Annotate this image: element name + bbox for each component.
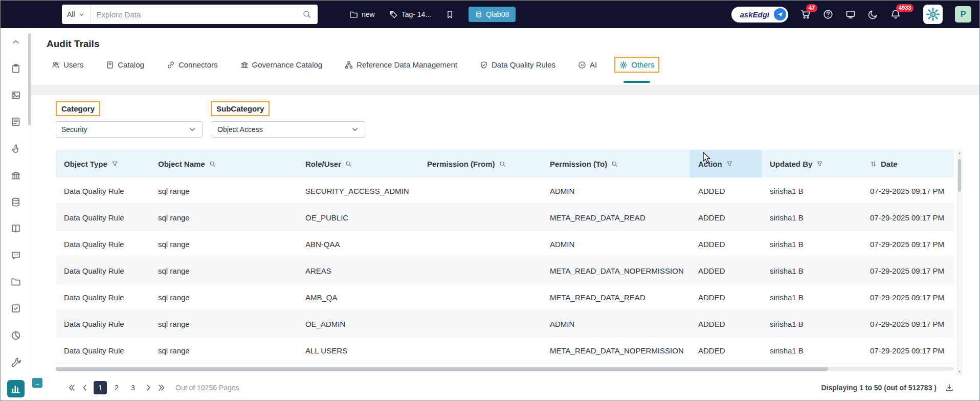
column-header-permission-to[interactable]: Permission (To) <box>542 150 690 177</box>
search-icon <box>209 161 216 167</box>
topbar-tag[interactable]: Tag- 14... <box>389 10 431 19</box>
topbar: All newTag- 14... Qlab08 askEdgi 474933 … <box>1 1 979 28</box>
sidebar-item-touch[interactable] <box>7 140 25 158</box>
next-page-button[interactable] <box>144 383 153 392</box>
table-row[interactable]: Data Quality Rulesql rangeABN-QAAADMINAD… <box>56 231 954 257</box>
refdata-icon <box>345 61 353 69</box>
sidebar-item-tools[interactable] <box>7 353 25 371</box>
tab-users[interactable]: Users <box>47 57 88 73</box>
download-button[interactable] <box>945 383 954 392</box>
last-page-button[interactable] <box>157 383 166 392</box>
table-row[interactable]: Data Quality Rulesql rangeAREASMETA_READ… <box>56 257 954 284</box>
user-avatar[interactable]: P <box>955 6 971 23</box>
table-header: Object TypeObject NameRole/UserPermissio… <box>56 150 954 177</box>
category-select[interactable]: Security <box>56 121 203 138</box>
app-logo[interactable] <box>923 5 943 24</box>
column-header-action[interactable]: Action <box>690 150 762 177</box>
sidebar-item-form[interactable] <box>7 113 25 130</box>
sidebar-item-checklist[interactable] <box>7 300 25 317</box>
notifications-button[interactable]: 4933 <box>890 9 901 19</box>
moon-icon <box>868 9 878 19</box>
subcategory-value: Object Access <box>217 125 263 133</box>
tab-governance-catalog[interactable]: Governance Catalog <box>235 57 328 73</box>
table-cell: sirisha1 B <box>762 284 862 310</box>
table-cell: sql range <box>150 177 297 204</box>
sidebar-item-folder[interactable] <box>7 273 25 291</box>
column-label: Action <box>698 160 722 168</box>
subcategory-select[interactable]: Object Access <box>212 121 365 138</box>
chevron-down-icon <box>188 125 197 134</box>
scroll-down-arrow[interactable]: ▾ <box>959 370 961 373</box>
topbar-bookmark[interactable] <box>446 10 454 19</box>
search-scope-select[interactable]: All <box>62 5 91 24</box>
search-icon[interactable] <box>302 10 311 19</box>
svg-text:AI: AI <box>581 63 584 66</box>
tab-data-quality-rules[interactable]: Data Quality Rules <box>475 57 561 73</box>
sidebar-scrollbar[interactable] <box>28 33 31 125</box>
topbar-project-label: new <box>362 10 375 18</box>
table-cell: sirisha1 B <box>762 337 862 364</box>
tab-others[interactable]: Others <box>614 57 659 73</box>
folder-icon <box>349 10 358 19</box>
sidebar-item-image[interactable] <box>7 86 25 104</box>
column-header-permission-from[interactable]: Permission (From) <box>419 150 542 177</box>
vertical-scrollbar-thumb[interactable] <box>958 159 961 192</box>
askedgi-button[interactable]: askEdgi <box>731 7 788 23</box>
page-3-button[interactable]: 3 <box>126 381 140 394</box>
table-row[interactable]: Data Quality Rulesql rangeALL USERSMETA_… <box>56 337 954 364</box>
search-input[interactable] <box>91 10 302 19</box>
page-1-button[interactable]: 1 <box>94 381 107 394</box>
tab-connectors[interactable]: Connectors <box>162 57 223 73</box>
page-buttons: 123 <box>94 381 140 394</box>
vertical-scrollbar[interactable]: ▴ ▾ <box>957 149 962 375</box>
table-cell: Data Quality Rule <box>56 257 150 284</box>
column-label: Object Type <box>64 160 107 168</box>
sidebar-item-clipboard[interactable] <box>7 60 25 77</box>
table-row[interactable]: Data Quality Rulesql rangeOE_PUBLICMETA_… <box>56 204 954 231</box>
sidebar-item-chat[interactable] <box>7 247 25 264</box>
book-icon <box>11 224 21 234</box>
page-2-button[interactable]: 2 <box>110 381 123 394</box>
column-header-role-user[interactable]: Role/User <box>297 150 419 177</box>
prev-page-button[interactable] <box>80 383 90 392</box>
column-header-object-name[interactable]: Object Name <box>150 150 297 177</box>
table-cell: 07-29-2025 09:17 PM <box>862 284 954 310</box>
horizontal-scrollbar-thumb[interactable] <box>56 367 828 371</box>
dark-mode-button[interactable] <box>868 9 878 19</box>
scroll-up-arrow[interactable]: ▴ <box>959 151 961 154</box>
first-page-button[interactable] <box>67 383 76 392</box>
help-button[interactable] <box>823 9 833 19</box>
bank-icon <box>11 170 21 181</box>
sidebar-item-book[interactable] <box>7 220 25 237</box>
catalog-icon <box>106 61 114 69</box>
connectors-icon <box>167 61 175 69</box>
table-cell <box>419 231 542 257</box>
tab-label: Users <box>63 60 83 69</box>
database-icon <box>11 197 21 207</box>
sidebar-item-bar-chart[interactable] <box>7 380 25 397</box>
table-row[interactable]: Data Quality Rulesql rangeAMB_QAMETA_REA… <box>56 284 954 310</box>
sidebar-item-chevron-up[interactable] <box>7 33 25 51</box>
tab-reference-data-management[interactable]: Reference Data Management <box>340 57 462 73</box>
tab-label: Governance Catalog <box>252 60 323 69</box>
display-button[interactable] <box>845 9 856 19</box>
column-label: Object Name <box>158 160 205 168</box>
search-icon <box>499 161 506 167</box>
column-header-updated-by[interactable]: Updated By <box>762 150 862 177</box>
table-cell: sirisha1 B <box>762 310 862 337</box>
sidebar-expand-button[interactable]: → <box>32 378 42 388</box>
sidebar-item-pie[interactable] <box>7 327 25 344</box>
column-header-date[interactable]: Date <box>862 150 954 177</box>
sidebar-item-database[interactable] <box>7 193 25 211</box>
tab-ai[interactable]: AIAI <box>573 57 602 73</box>
topbar-project[interactable]: new <box>349 10 375 19</box>
horizontal-scrollbar[interactable] <box>56 367 954 371</box>
table-row[interactable]: Data Quality Rulesql rangeSECURITY_ACCES… <box>56 177 954 204</box>
tab-catalog[interactable]: Catalog <box>101 57 149 73</box>
sidebar-item-bank[interactable] <box>7 167 25 184</box>
environment-button[interactable]: Qlab08 <box>469 7 516 22</box>
table-row[interactable]: Data Quality Rulesql rangeOE_ADMINADMINA… <box>56 310 954 337</box>
search-icon <box>611 161 618 167</box>
column-header-object-type[interactable]: Object Type <box>56 150 150 177</box>
cart-button[interactable]: 47 <box>800 9 811 19</box>
